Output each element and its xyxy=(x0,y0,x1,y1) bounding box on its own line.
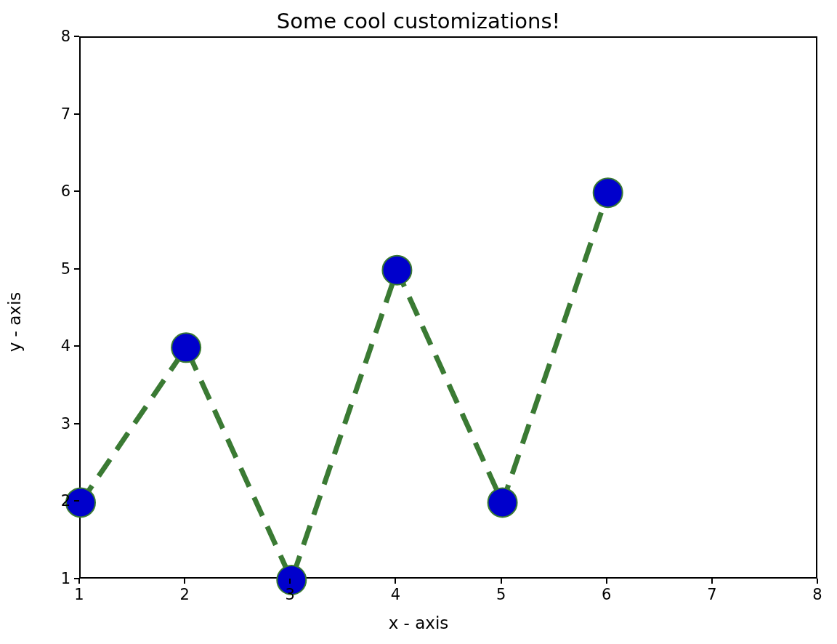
x-axis-label: x - axis xyxy=(0,613,837,632)
y-tick-label: 1 xyxy=(61,570,70,587)
x-tick-mark xyxy=(78,579,80,584)
x-tick-mark xyxy=(184,579,185,584)
x-tick-mark xyxy=(817,579,818,584)
x-tick-label: 1 xyxy=(74,586,84,603)
data-marker xyxy=(66,488,95,517)
x-tick-label: 8 xyxy=(812,586,822,603)
plot-svg xyxy=(81,38,816,577)
y-tick-mark xyxy=(74,36,79,37)
x-tick-label: 7 xyxy=(707,586,716,603)
chart-container: Some cool customizations! y - axis x - a… xyxy=(0,0,837,644)
x-tick-label: 5 xyxy=(496,586,506,603)
y-tick-mark xyxy=(74,500,79,502)
y-tick-label: 6 xyxy=(61,182,70,200)
x-tick-label: 6 xyxy=(602,586,611,603)
data-marker xyxy=(382,256,411,285)
x-tick-mark xyxy=(395,579,396,584)
x-tick-mark xyxy=(606,579,607,584)
y-tick-mark xyxy=(74,345,79,347)
y-tick-mark xyxy=(74,190,79,192)
x-tick-label: 2 xyxy=(179,586,189,603)
y-tick-label: 5 xyxy=(61,260,70,278)
y-tick-label: 3 xyxy=(61,415,70,432)
x-tick-label: 3 xyxy=(286,586,295,603)
y-tick-mark xyxy=(74,578,79,579)
x-tick-mark xyxy=(289,579,291,584)
x-tick-mark xyxy=(501,579,502,584)
x-tick-mark xyxy=(711,579,713,584)
y-tick-mark xyxy=(74,423,79,424)
y-tick-label: 7 xyxy=(61,105,70,123)
x-tick-label: 4 xyxy=(391,586,400,603)
data-marker xyxy=(594,178,623,207)
y-tick-mark xyxy=(74,113,79,115)
data-marker xyxy=(488,488,517,517)
y-tick-mark xyxy=(74,268,79,270)
y-tick-label: 4 xyxy=(61,337,70,355)
y-tick-label: 8 xyxy=(61,28,70,45)
y-tick-label: 2 xyxy=(61,492,70,510)
data-line xyxy=(81,193,608,580)
y-axis-label: y - axis xyxy=(5,292,24,353)
plot-area xyxy=(79,36,817,579)
chart-title: Some cool customizations! xyxy=(0,9,837,33)
data-marker xyxy=(171,333,201,362)
